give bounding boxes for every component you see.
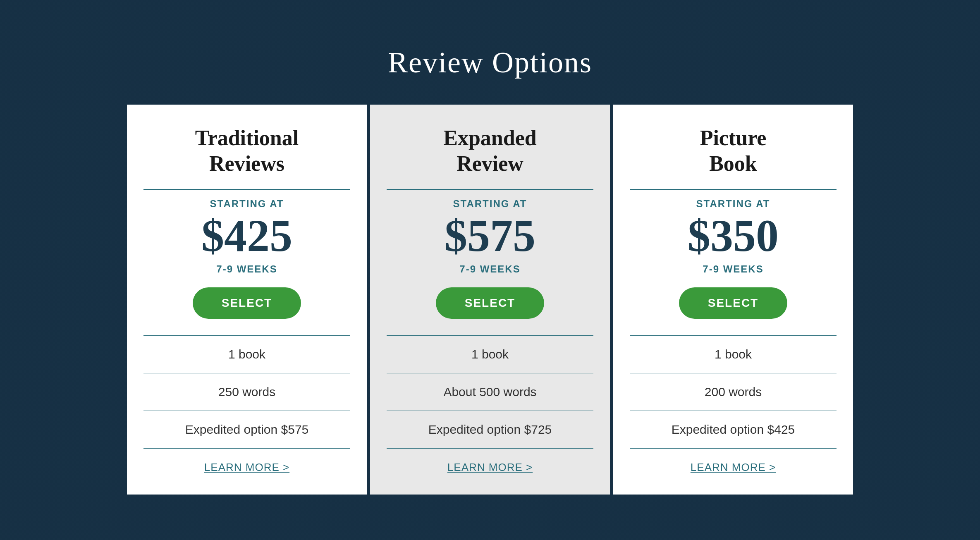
weeks-picture-book: 7-9 WEEKS [703, 263, 763, 275]
feature-words-expanded: About 500 words [387, 373, 593, 411]
feature-expedited-picture-book: Expedited option $425 [630, 411, 837, 449]
page-title: Review Options [388, 45, 592, 80]
feature-books-expanded: 1 book [387, 336, 593, 373]
price-expanded: $575 [445, 213, 535, 258]
cards-container: TraditionalReviews STARTING AT $425 7-9 … [127, 105, 853, 495]
card-title-traditional: TraditionalReviews [195, 125, 299, 177]
feature-books-traditional: 1 book [143, 336, 350, 373]
feature-books-picture-book: 1 book [630, 336, 837, 373]
card-picture-book: PictureBook STARTING AT $350 7-9 WEEKS S… [613, 105, 853, 495]
starting-at-label-traditional: STARTING AT [210, 198, 284, 210]
feature-words-picture-book: 200 words [630, 373, 837, 411]
divider-traditional [143, 189, 350, 190]
divider-expanded [387, 189, 593, 190]
price-picture-book: $350 [688, 213, 779, 258]
learn-more-expanded[interactable]: LEARN MORE > [447, 461, 533, 474]
select-button-picture-book[interactable]: SELECT [679, 287, 787, 319]
card-traditional: TraditionalReviews STARTING AT $425 7-9 … [127, 105, 367, 495]
starting-at-label-expanded: STARTING AT [453, 198, 527, 210]
price-traditional: $425 [201, 213, 292, 258]
learn-more-picture-book[interactable]: LEARN MORE > [691, 461, 776, 474]
weeks-traditional: 7-9 WEEKS [216, 263, 277, 275]
divider-picture-book [630, 189, 837, 190]
feature-expedited-expanded: Expedited option $725 [387, 411, 593, 449]
learn-more-traditional[interactable]: LEARN MORE > [204, 461, 289, 474]
starting-at-label-picture-book: STARTING AT [696, 198, 770, 210]
card-title-expanded: ExpandedReview [443, 125, 536, 177]
select-button-expanded[interactable]: SELECT [436, 287, 544, 319]
select-button-traditional[interactable]: SELECT [193, 287, 301, 319]
feature-expedited-traditional: Expedited option $575 [143, 411, 350, 449]
card-title-picture-book: PictureBook [700, 125, 767, 177]
feature-words-traditional: 250 words [143, 373, 350, 411]
weeks-expanded: 7-9 WEEKS [459, 263, 520, 275]
main-content: Review Options TraditionalReviews STARTI… [0, 29, 980, 511]
card-expanded: ExpandedReview STARTING AT $575 7-9 WEEK… [370, 105, 610, 495]
page-background: Review Options TraditionalReviews STARTI… [0, 0, 980, 540]
